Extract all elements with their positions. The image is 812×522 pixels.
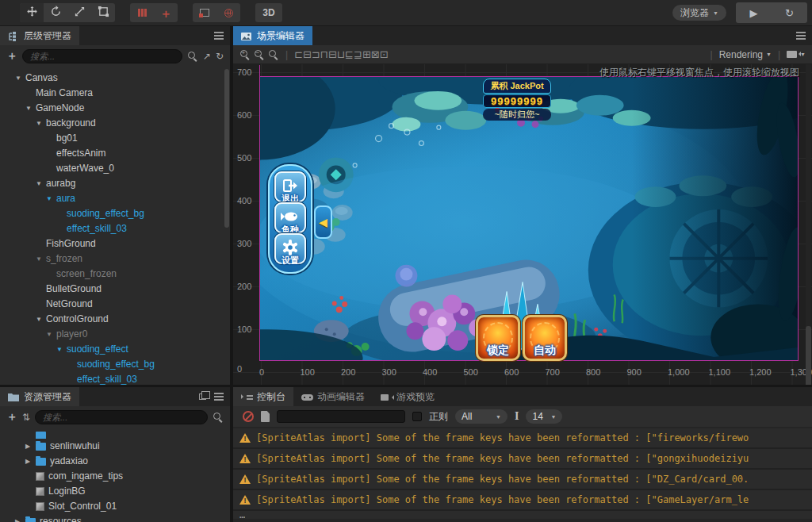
preview-browser-dropdown[interactable]: 浏览器 ▼	[672, 5, 726, 21]
expand-arrow-icon[interactable]	[36, 116, 46, 131]
panel-menu-icon[interactable]	[214, 35, 224, 36]
viewport-scrollbar[interactable]	[806, 64, 811, 385]
align-middle-icon[interactable]: ⊟	[328, 48, 337, 60]
popout-panel-icon[interactable]	[199, 393, 206, 400]
asset-item[interactable]: resources	[0, 514, 230, 522]
hierarchy-node[interactable]: BulletGround	[0, 282, 230, 297]
hierarchy-node[interactable]: ControlGround	[0, 312, 230, 327]
hierarchy-node[interactable]: player0	[0, 327, 230, 342]
console-log-entry[interactable]: [SpriteAtlas import] Some of the frame k…	[233, 428, 812, 449]
hierarchy-node[interactable]: NetGround	[0, 297, 230, 312]
same-width-icon[interactable]: ⊠	[371, 48, 380, 60]
console-log-entry[interactable]: [SpriteAtlas import] Some of the frame k…	[233, 470, 812, 490]
hierarchy-node[interactable]: screen_frozen	[0, 267, 230, 282]
chevron-down-icon[interactable]: ▼	[800, 52, 806, 57]
asset-item[interactable]: Slot_Control_01	[0, 499, 230, 514]
scrollbar-thumb[interactable]	[806, 326, 811, 385]
expand-arrow-icon[interactable]	[25, 454, 36, 469]
hierarchy-node[interactable]: Canvas	[0, 71, 230, 86]
align-left-icon[interactable]: ⊏	[294, 48, 303, 60]
expand-arrow-icon[interactable]	[25, 439, 36, 454]
locate-node-icon[interactable]: ↗	[203, 51, 211, 62]
expand-arrow-icon[interactable]	[36, 176, 46, 191]
same-height-icon[interactable]: ⊡	[380, 48, 389, 60]
hierarchy-node[interactable]: FishGround	[0, 236, 230, 251]
console-log-entry[interactable]: [SpriteAtlas import] Some of the frame k…	[233, 490, 812, 511]
chevron-down-icon[interactable]: ▼	[766, 52, 772, 57]
tab-scene-editor[interactable]: 场景编辑器	[233, 26, 312, 45]
asset-item[interactable]: yadaxiao	[0, 454, 230, 469]
hierarchy-node[interactable]: effect_skill_03	[0, 221, 230, 236]
align-bottom-icon[interactable]: ⊔	[337, 48, 345, 60]
hierarchy-node[interactable]: aurabg	[0, 176, 230, 191]
hierarchy-node[interactable]: waterWave_0	[0, 161, 230, 176]
rendering-dropdown[interactable]: Rendering	[719, 49, 763, 60]
tab-game-preview[interactable]: 游戏预览	[373, 387, 442, 406]
zoom-in-icon[interactable]: +	[239, 49, 251, 60]
tab-console[interactable]: 控制台	[233, 387, 293, 406]
hierarchy-node[interactable]: s_frozen	[0, 251, 230, 267]
toggle-3d-button[interactable]: 3D	[255, 3, 282, 22]
expand-arrow-icon[interactable]	[46, 191, 56, 206]
asset-item[interactable]: senlinwuhui	[0, 439, 230, 454]
align-center-h-icon[interactable]: ⊟	[303, 48, 312, 60]
scene-viewport[interactable]: 使用鼠标右键平移视窗焦点，使用滚轮缩放视图 700600500400300200…	[233, 64, 812, 385]
global-gizmo-button[interactable]	[216, 3, 240, 22]
assets-search-input[interactable]	[35, 410, 208, 424]
console-log-entry[interactable]: [SpriteAtlas import] Some of the frame k…	[233, 449, 812, 470]
panel-menu-icon[interactable]	[214, 396, 224, 397]
console-log-entry[interactable]: …	[233, 511, 812, 519]
expand-arrow-icon[interactable]	[15, 71, 25, 86]
expand-arrow-icon[interactable]	[15, 514, 25, 522]
panel-menu-icon[interactable]	[796, 35, 806, 36]
refresh-button[interactable]: ↻	[772, 2, 807, 23]
expand-arrow-icon[interactable]	[36, 251, 46, 267]
add-asset-button[interactable]: ＋	[6, 410, 17, 424]
zoom-out-icon[interactable]: −	[254, 49, 265, 60]
search-icon[interactable]	[213, 412, 224, 423]
zoom-reset-icon[interactable]	[268, 49, 279, 60]
hierarchy-node[interactable]: suoding_effect_bg	[0, 206, 230, 221]
hierarchy-node[interactable]: aura	[0, 191, 230, 206]
add-node-button[interactable]: ＋	[6, 49, 17, 63]
align-right-icon[interactable]: ⊐	[312, 48, 320, 60]
refresh-tree-icon[interactable]: ↻	[216, 51, 224, 62]
play-button[interactable]: ▶	[736, 2, 772, 23]
expand-arrow-icon[interactable]	[46, 327, 56, 342]
move-tool-button[interactable]	[20, 3, 44, 22]
hierarchy-search-input[interactable]	[22, 49, 182, 63]
hierarchy-scrollbar[interactable]	[224, 69, 229, 228]
hierarchy-node[interactable]: background	[0, 116, 230, 131]
open-log-file-icon[interactable]	[261, 411, 270, 422]
distribute-v-icon[interactable]: ⊒	[354, 48, 362, 60]
hierarchy-node[interactable]: effect_skill_03	[0, 372, 230, 385]
search-icon[interactable]	[187, 51, 198, 62]
scale-tool-button[interactable]	[67, 3, 91, 22]
align-top-icon[interactable]: ⊓	[320, 48, 328, 60]
font-size-dropdown[interactable]: 14 ▼	[526, 409, 562, 424]
asset-item[interactable]: LoginBG	[0, 484, 230, 499]
camera-icon[interactable]	[787, 51, 797, 58]
sort-assets-icon[interactable]: ⇅	[22, 412, 30, 423]
asset-item[interactable]: com_ingame_tips	[0, 469, 230, 484]
hierarchy-node[interactable]: bg01	[0, 131, 230, 146]
pivot-mode-button[interactable]	[130, 3, 154, 22]
expand-arrow-icon[interactable]	[56, 342, 67, 357]
rotate-tool-button[interactable]	[44, 3, 67, 22]
log-level-dropdown[interactable]: All ▼	[455, 409, 508, 424]
anchor-mode-button[interactable]: ＋	[154, 3, 178, 22]
tab-animation-editor[interactable]: 动画编辑器	[293, 387, 373, 406]
hierarchy-node[interactable]: suoding_effect_bg	[0, 357, 230, 372]
asset-item[interactable]	[0, 432, 230, 439]
rect-tool-button[interactable]	[91, 3, 115, 22]
tab-assets[interactable]: 资源管理器	[0, 387, 79, 406]
regex-checkbox[interactable]	[412, 412, 422, 421]
expand-arrow-icon[interactable]	[36, 312, 46, 327]
distribute-h-icon[interactable]: ⊑	[345, 48, 354, 60]
hierarchy-node[interactable]: GameNode	[0, 101, 230, 116]
log-filter-input[interactable]	[277, 410, 405, 423]
local-gizmo-button[interactable]	[193, 3, 216, 22]
same-size-icon[interactable]: ⊞	[362, 48, 371, 60]
hierarchy-node[interactable]: effectsAnim	[0, 146, 230, 161]
tab-hierarchy[interactable]: 层级管理器	[0, 26, 79, 45]
